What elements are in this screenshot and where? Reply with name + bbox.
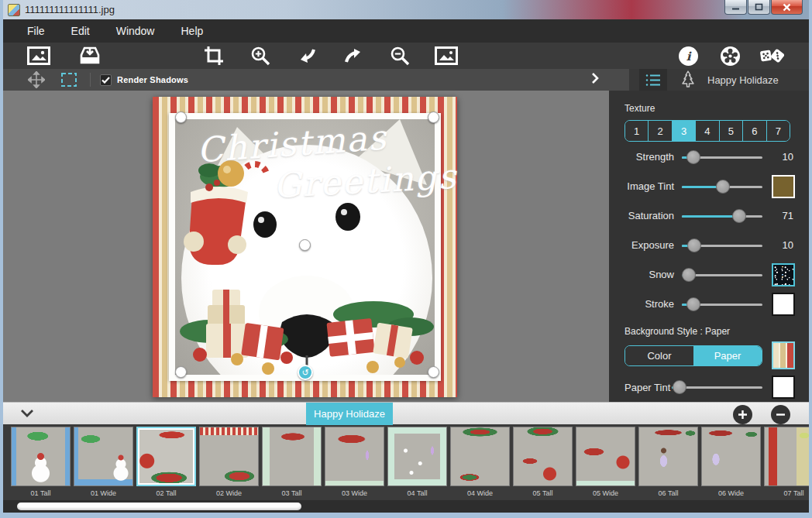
rotate-handle[interactable]: ↺ xyxy=(298,365,313,380)
exposure-value: 10 xyxy=(783,239,795,251)
snow-slider[interactable] xyxy=(682,268,762,282)
texture-option-6[interactable]: 6 xyxy=(743,121,766,141)
thumbnail-preview[interactable] xyxy=(199,427,259,486)
selection-handle-bottom-right[interactable] xyxy=(428,366,439,378)
dice-icon[interactable] xyxy=(759,44,784,67)
thumbnail-preview[interactable] xyxy=(136,427,196,486)
info-icon[interactable]: i xyxy=(676,44,700,67)
canvas-area[interactable]: Christmas Greetings ↺ xyxy=(3,91,609,402)
thumbnail-label: 06 Wide xyxy=(701,486,761,497)
thumbnail-preview[interactable] xyxy=(387,427,447,486)
thumbnail-label: 05 Wide xyxy=(576,486,635,497)
thumbnail-07-tall[interactable]: 07 Tall xyxy=(764,427,809,500)
zoom-in-icon[interactable] xyxy=(248,44,273,67)
image-tint-slider[interactable] xyxy=(682,180,762,194)
thumbnail-06-tall[interactable]: 06 Tall xyxy=(638,427,698,500)
selection-handle-center[interactable] xyxy=(299,239,311,251)
card-layout[interactable]: Christmas Greetings ↺ xyxy=(153,97,457,397)
zoom-thumbs-out-button[interactable] xyxy=(771,405,790,424)
stroke-swatch[interactable] xyxy=(772,293,795,316)
texture-option-1[interactable]: 1 xyxy=(625,121,649,141)
move-icon[interactable] xyxy=(25,70,48,89)
slider-handle[interactable] xyxy=(716,180,730,194)
thumbnail-preview[interactable] xyxy=(262,427,322,486)
thumbnail-preview[interactable] xyxy=(325,427,384,486)
zoom-thumbs-in-button[interactable] xyxy=(733,405,752,424)
paper-tint-swatch[interactable] xyxy=(772,376,795,399)
texture-option-5[interactable]: 5 xyxy=(720,121,743,141)
background-style-selector: ColorPaper xyxy=(624,345,762,366)
slider-handle[interactable] xyxy=(686,150,700,164)
save-icon[interactable] xyxy=(77,44,102,67)
thumbnail-preview[interactable] xyxy=(74,427,133,486)
title-bar[interactable]: 111111111111111.jpg xyxy=(3,0,809,19)
texture-option-4[interactable]: 4 xyxy=(696,121,719,141)
menu-item-window[interactable]: Window xyxy=(103,19,168,43)
menu-item-edit[interactable]: Edit xyxy=(58,19,103,43)
thumbnail-preview[interactable] xyxy=(513,427,573,486)
thumbnail-05-tall[interactable]: 05 Tall xyxy=(513,427,573,500)
thumbnail-scrollbar-thumb[interactable] xyxy=(17,503,301,510)
thumbnail-preview[interactable] xyxy=(638,427,698,486)
thumbnail-02-wide[interactable]: 02 Wide xyxy=(199,427,259,500)
stroke-slider[interactable] xyxy=(682,297,762,311)
thumbnail-scrollbar-track[interactable] xyxy=(3,500,809,513)
thumbnail-preview[interactable] xyxy=(576,427,635,486)
thumbnail-03-tall[interactable]: 03 Tall xyxy=(262,427,322,500)
background-option-color[interactable]: Color xyxy=(625,346,693,365)
chevron-down-icon[interactable] xyxy=(20,407,34,420)
list-view-icon[interactable] xyxy=(639,69,667,91)
crop-icon[interactable] xyxy=(201,44,226,67)
image-tint-swatch[interactable] xyxy=(772,175,795,198)
selection-handle-bottom-left[interactable] xyxy=(175,366,187,378)
close-button[interactable] xyxy=(771,0,803,15)
minimize-button[interactable] xyxy=(724,0,747,15)
saturation-slider[interactable] xyxy=(682,209,762,223)
collection-tab[interactable]: Happy Holidaze xyxy=(306,403,393,425)
strength-slider[interactable] xyxy=(682,150,762,164)
paper-tint-slider[interactable] xyxy=(672,380,762,394)
marquee-icon[interactable] xyxy=(57,70,81,89)
thumbnail-04-wide[interactable]: 04 Wide xyxy=(450,427,510,500)
thumbnail-preview[interactable] xyxy=(764,427,809,486)
slider-handle[interactable] xyxy=(687,238,701,252)
window-title: 111111111111111.jpg xyxy=(25,4,115,15)
slider-handle[interactable] xyxy=(732,209,746,223)
thumbnail-preview[interactable] xyxy=(450,427,510,486)
zoom-out-icon[interactable] xyxy=(387,44,412,67)
panel-header-title: Happy Holidaze xyxy=(707,74,779,86)
thumbnail-preview[interactable] xyxy=(701,427,761,486)
snow-swatch[interactable] xyxy=(772,263,795,286)
background-option-paper[interactable]: Paper xyxy=(693,346,762,365)
texture-option-3[interactable]: 3 xyxy=(673,121,696,141)
maximize-button[interactable] xyxy=(748,0,770,15)
open-image-icon[interactable] xyxy=(26,44,51,67)
thumbnail-04-tall[interactable]: 04 Tall xyxy=(387,427,447,500)
image-frame-icon[interactable] xyxy=(434,44,459,67)
settings-icon[interactable] xyxy=(717,44,742,67)
selection-handle-top-right[interactable] xyxy=(428,111,439,123)
undo-icon[interactable] xyxy=(294,44,319,67)
menu-item-file[interactable]: File xyxy=(14,19,58,43)
thumbnail-01-wide[interactable]: 01 Wide xyxy=(74,427,133,500)
thumbnail-03-wide[interactable]: 03 Wide xyxy=(325,427,384,500)
selection-handle-top-left[interactable] xyxy=(175,111,187,123)
slider-handle[interactable] xyxy=(686,297,700,311)
slider-handle[interactable] xyxy=(682,268,696,282)
thumbnail-05-wide[interactable]: 05 Wide xyxy=(576,427,635,500)
thumbnail-06-wide[interactable]: 06 Wide xyxy=(701,427,761,500)
thumbnail-01-tall[interactable]: 01 Tall xyxy=(11,427,71,500)
exposure-slider[interactable] xyxy=(682,238,762,252)
thumbnail-preview[interactable] xyxy=(11,427,71,486)
app-window: 111111111111111.jpg FileEditWindowHelp xyxy=(0,0,812,518)
chevron-right-icon[interactable] xyxy=(590,72,600,87)
redo-icon[interactable] xyxy=(341,44,366,67)
render-shadows-checkbox[interactable] xyxy=(100,74,112,86)
slider-handle[interactable] xyxy=(673,380,686,394)
thumbnail-label: 03 Wide xyxy=(325,486,384,497)
texture-option-2[interactable]: 2 xyxy=(649,121,672,141)
menu-item-help[interactable]: Help xyxy=(167,19,216,43)
thumbnail-02-tall[interactable]: 02 Tall xyxy=(136,427,196,500)
texture-option-7[interactable]: 7 xyxy=(767,121,790,141)
paper-swatch[interactable] xyxy=(772,341,795,369)
